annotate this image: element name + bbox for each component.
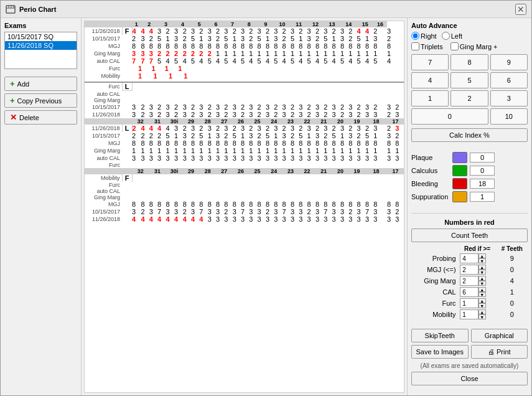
mobility-count-val: 0 bbox=[503, 311, 521, 318]
cal-row: CAL ▲ ▼ 1 bbox=[411, 286, 528, 298]
mobility-count: 0 bbox=[497, 309, 528, 320]
auto-save-text: (All exams are saved automatically) bbox=[411, 362, 528, 369]
mobility-up[interactable]: ▲ bbox=[478, 309, 486, 314]
lower2-row-2015: 10/15/2017 222251325 132513251 325132513… bbox=[85, 132, 404, 139]
mgj-input[interactable] bbox=[460, 265, 478, 275]
delete-label: Delete bbox=[19, 114, 39, 121]
mobility-spin-btns: ▲ ▼ bbox=[478, 309, 486, 319]
triplets-label[interactable]: Triplets bbox=[411, 42, 443, 50]
upper-row-2: 10/15/2017 232513251 325132513 251325132… bbox=[85, 35, 404, 42]
furc-down[interactable]: ▼ bbox=[478, 303, 486, 308]
calculus-value[interactable] bbox=[470, 166, 495, 176]
left-radio-label[interactable]: Left bbox=[442, 32, 462, 40]
mobility-down[interactable]: ▼ bbox=[478, 314, 486, 319]
ging-marg-checkbox[interactable] bbox=[450, 42, 459, 50]
left-radio[interactable] bbox=[442, 32, 450, 40]
mgj-label: MGJ (<=) bbox=[411, 264, 459, 275]
bottom-btn-row-2: Save to Images 🖨 Print bbox=[411, 345, 528, 359]
mobility-input[interactable] bbox=[460, 309, 478, 319]
plaque-label: Plaque bbox=[411, 154, 450, 161]
copy-previous-button[interactable]: + Copy Previous bbox=[4, 93, 77, 108]
lower-top-auto-cal: auto CAL bbox=[85, 91, 404, 97]
furc-count-val: 0 bbox=[503, 299, 521, 307]
save-to-images-button[interactable]: Save to Images bbox=[411, 345, 469, 359]
furc-up[interactable]: ▲ bbox=[478, 298, 486, 303]
calculus-row: Calculus bbox=[411, 165, 528, 176]
indicators-section: Plaque Calculus Bleeding Suppuration bbox=[411, 152, 528, 204]
checkbox-row: Triplets Ging Marg + bbox=[411, 42, 528, 50]
cal-count: 1 bbox=[497, 286, 528, 298]
close-button[interactable]: Close bbox=[411, 372, 528, 385]
numpad-9[interactable]: 9 bbox=[490, 54, 528, 70]
cal-up[interactable]: ▲ bbox=[478, 287, 486, 292]
skip-teeth-button[interactable]: SkipTeeth bbox=[411, 329, 469, 342]
numpad-8[interactable]: 8 bbox=[450, 54, 488, 70]
close-window-button[interactable]: ✕ bbox=[515, 4, 526, 15]
print-button[interactable]: 🖨 Print bbox=[471, 345, 528, 359]
furc-input[interactable] bbox=[460, 298, 478, 308]
ging-marg-input[interactable] bbox=[460, 276, 478, 286]
numpad-4[interactable]: 4 bbox=[411, 72, 449, 88]
add-label: Add bbox=[17, 80, 30, 88]
numbers-in-red-section: Numbers in red Count Teeth Red if >= # T… bbox=[411, 219, 528, 320]
cal-count-val: 1 bbox=[503, 288, 521, 296]
count-teeth-button[interactable]: Count Teeth bbox=[411, 229, 528, 242]
numpad-5[interactable]: 5 bbox=[450, 72, 488, 88]
main-content: Exams 10/15/2017 SQ 11/26/2018 SQ + Add … bbox=[1, 18, 531, 395]
bleeding-color bbox=[452, 178, 467, 189]
lower-tooth-row: 32 31 30i 29 28 27 26 25 24 23 22 21 20 … bbox=[85, 118, 404, 125]
add-icon: + bbox=[10, 79, 15, 88]
ging-marg-down[interactable]: ▼ bbox=[478, 281, 486, 286]
numpad-0[interactable]: 0 bbox=[411, 108, 488, 125]
lower-row-2018: 11/26/2018 323232323 232323232 323232323… bbox=[85, 111, 404, 118]
lower-row-2015: 10/15/2017 323232323 232323232 323232323… bbox=[85, 103, 404, 111]
numpad-1[interactable]: 1 bbox=[411, 90, 449, 106]
numpad-2[interactable]: 2 bbox=[450, 90, 488, 106]
mgj-down[interactable]: ▼ bbox=[478, 270, 486, 275]
ging-marg-up[interactable]: ▲ bbox=[478, 276, 486, 281]
ging-marg-label[interactable]: Ging Marg + bbox=[450, 42, 498, 50]
numpad: 7 8 9 4 5 6 1 2 3 0 10 bbox=[411, 54, 528, 125]
add-button[interactable]: + Add bbox=[4, 77, 77, 91]
bottom-btn-row-3: Close bbox=[411, 372, 528, 385]
right-radio-label[interactable]: Right bbox=[411, 32, 437, 40]
right-radio[interactable] bbox=[411, 32, 419, 40]
lower-f-furc: Furc bbox=[85, 182, 404, 188]
bottom-buttons: SkipTeeth Graphical Save to Images 🖨 Pri… bbox=[411, 329, 528, 385]
chart-area[interactable]: 1 2 3 4 5 6 7 8 9 10 11 12 13 14 bbox=[84, 21, 404, 393]
calc-index-button[interactable]: Calc Index % bbox=[411, 128, 528, 142]
red-table: Red if >= # Teeth Probing ▲ bbox=[411, 245, 528, 320]
exam-item-2[interactable]: 11/26/2018 SQ bbox=[5, 41, 77, 50]
exam-item-1[interactable]: 10/15/2017 SQ bbox=[5, 32, 77, 41]
divider-1 bbox=[411, 213, 528, 214]
probing-down[interactable]: ▼ bbox=[478, 258, 486, 263]
ging-marg-text: Ging Marg + bbox=[460, 43, 498, 50]
lower-f-tooth-row: 32 31 30i 29 28 27 26 25 24 23 22 21 20 … bbox=[85, 168, 404, 174]
probing-up[interactable]: ▲ bbox=[478, 253, 486, 258]
cal-down[interactable]: ▼ bbox=[478, 292, 486, 297]
numpad-7[interactable]: 7 bbox=[411, 54, 449, 70]
ging-marg-spin: ▲ ▼ bbox=[459, 275, 497, 286]
numpad-6[interactable]: 6 bbox=[490, 72, 528, 88]
suppuration-row: Suppuration bbox=[411, 191, 528, 202]
suppuration-label: Suppuration bbox=[411, 193, 450, 200]
mobility-label: Mobility bbox=[411, 309, 459, 320]
delete-button[interactable]: ✕ Delete bbox=[4, 110, 77, 125]
plaque-value[interactable] bbox=[470, 153, 495, 163]
numpad-10[interactable]: 10 bbox=[490, 108, 528, 125]
numpad-3[interactable]: 3 bbox=[490, 90, 528, 106]
suppuration-value[interactable] bbox=[470, 192, 495, 202]
bleeding-value[interactable] bbox=[470, 179, 495, 189]
calculus-label: Calculus bbox=[411, 167, 450, 174]
mgj-up[interactable]: ▲ bbox=[478, 265, 486, 270]
col-red-if: Red if >= bbox=[459, 245, 497, 253]
left-panel: Exams 10/15/2017 SQ 11/26/2018 SQ + Add … bbox=[1, 18, 82, 395]
triplets-checkbox[interactable] bbox=[411, 42, 419, 50]
action-buttons: + Add + Copy Previous ✕ Delete bbox=[4, 77, 77, 125]
probing-input[interactable] bbox=[460, 253, 478, 263]
copy-icon: + bbox=[10, 96, 15, 105]
cal-input[interactable] bbox=[460, 287, 478, 297]
triplets-text: Triplets bbox=[421, 43, 443, 50]
lower-f-auto-cal: auto CAL bbox=[85, 188, 404, 194]
graphical-button[interactable]: Graphical bbox=[471, 329, 528, 342]
